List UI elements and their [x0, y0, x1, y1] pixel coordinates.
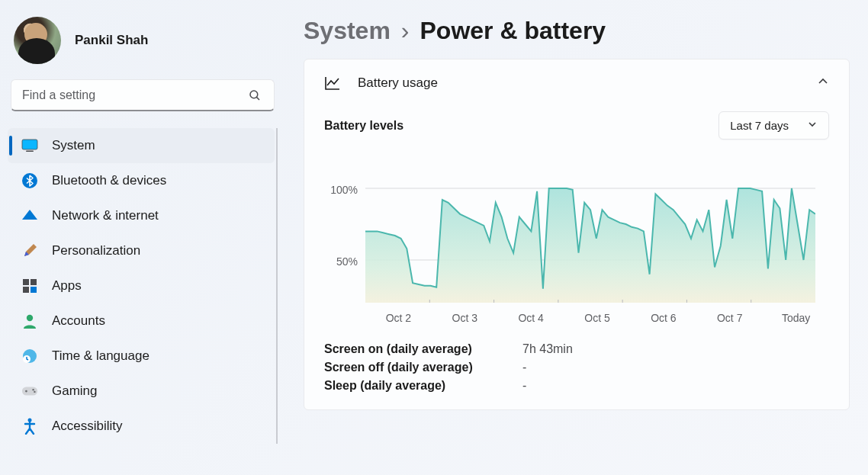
- screen-on-value: 7h 43min: [522, 342, 573, 356]
- svg-rect-6: [23, 279, 29, 285]
- svg-rect-8: [23, 287, 29, 293]
- svg-point-15: [32, 389, 34, 390]
- person-icon: [21, 313, 38, 329]
- svg-rect-2: [22, 140, 37, 149]
- breadcrumb: System › Power & battery: [304, 17, 850, 45]
- range-selected-label: Last 7 days: [730, 119, 789, 132]
- chevron-up-icon[interactable]: [817, 75, 829, 91]
- chevron-down-icon: [807, 119, 818, 132]
- user-profile[interactable]: Pankil Shah: [8, 9, 278, 79]
- x-tick: Oct 6: [630, 312, 696, 324]
- x-tick: Oct 3: [432, 312, 498, 324]
- svg-point-14: [25, 390, 27, 393]
- sidebar-item-apps[interactable]: Apps: [8, 268, 275, 303]
- svg-rect-4: [26, 151, 34, 152]
- profile-name: Pankil Shah: [75, 33, 148, 48]
- svg-point-17: [28, 419, 32, 422]
- sidebar-item-personalization[interactable]: Personalization: [8, 233, 275, 268]
- x-tick: Oct 7: [696, 312, 763, 324]
- breadcrumb-parent[interactable]: System: [304, 17, 391, 45]
- sidebar-item-network[interactable]: Network & internet: [8, 198, 275, 233]
- page-title: Power & battery: [420, 17, 606, 45]
- sidebar-item-label: Time & language: [52, 348, 149, 364]
- battery-usage-card: Battery usage Battery levels Last 7 days…: [304, 59, 850, 410]
- sidebar-item-system[interactable]: System: [8, 128, 275, 163]
- sidebar-item-bluetooth[interactable]: Bluetooth & devices: [8, 163, 275, 198]
- y-tick: 50%: [336, 255, 358, 268]
- accessibility-icon: [21, 418, 38, 435]
- x-axis: Oct 2Oct 3Oct 4Oct 5Oct 6Oct 7Today: [365, 312, 829, 324]
- svg-rect-7: [31, 279, 37, 285]
- wifi-icon: [21, 207, 38, 224]
- svg-point-0: [250, 91, 258, 98]
- card-title: Battery usage: [358, 75, 438, 91]
- battery-chart[interactable]: 100% 50%: [324, 153, 829, 306]
- svg-point-10: [27, 315, 33, 321]
- time-range-select[interactable]: Last 7 days: [719, 111, 829, 140]
- x-tick: Oct 5: [564, 312, 631, 324]
- sidebar-item-label: Accessibility: [52, 419, 123, 434]
- chart-plot: [365, 153, 815, 303]
- y-tick: 100%: [330, 184, 358, 196]
- search-box[interactable]: [11, 79, 275, 111]
- svg-point-16: [34, 391, 35, 393]
- search-icon: [246, 87, 263, 104]
- sidebar-item-label: Accounts: [52, 313, 105, 329]
- sidebar-item-time-language[interactable]: Time & language: [8, 339, 275, 374]
- screen-off-value: -: [522, 361, 526, 374]
- x-tick: Today: [763, 312, 829, 324]
- gamepad-icon: [21, 383, 38, 400]
- sidebar-item-label: Bluetooth & devices: [52, 173, 166, 188]
- x-tick: Oct 4: [498, 312, 564, 324]
- avatar: [14, 17, 61, 64]
- svg-line-1: [256, 97, 259, 100]
- globe-clock-icon: [21, 348, 38, 364]
- sidebar-item-accounts[interactable]: Accounts: [8, 303, 275, 339]
- screen-off-label: Screen off (daily average): [324, 361, 507, 374]
- search-input[interactable]: [22, 88, 246, 102]
- svg-rect-9: [31, 287, 37, 293]
- sidebar-item-label: Network & internet: [52, 208, 159, 223]
- sidebar-item-label: Personalization: [52, 243, 140, 258]
- line-chart-icon: [324, 75, 341, 91]
- sidebar-item-gaming[interactable]: Gaming: [8, 374, 275, 409]
- screen-on-label: Screen on (daily average): [324, 342, 507, 356]
- x-tick: Oct 2: [365, 312, 432, 324]
- sidebar-item-label: System: [52, 138, 95, 153]
- sidebar-item-label: Gaming: [52, 384, 98, 399]
- sleep-label: Sleep (daily average): [324, 379, 507, 393]
- system-icon: [21, 137, 38, 154]
- card-header[interactable]: Battery usage: [304, 59, 849, 107]
- sleep-value: -: [522, 379, 526, 393]
- battery-levels-title: Battery levels: [324, 119, 403, 133]
- paintbrush-icon: [21, 242, 38, 259]
- breadcrumb-separator: ›: [401, 17, 410, 45]
- apps-icon: [21, 278, 38, 294]
- sidebar-item-accessibility[interactable]: Accessibility: [8, 409, 275, 444]
- sidebar-item-label: Apps: [52, 278, 82, 294]
- bluetooth-icon: [21, 172, 38, 189]
